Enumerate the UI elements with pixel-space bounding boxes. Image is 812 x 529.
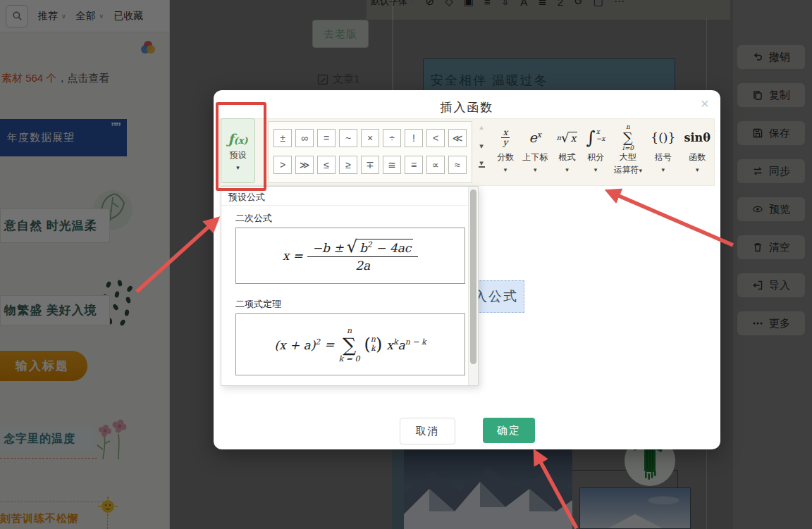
binomial-theorem-card[interactable]: (x + a)2 = n∑k = 0 (nk) xkan − k: [235, 313, 465, 375]
close-icon[interactable]: ×: [701, 96, 709, 111]
quadratic-formula-name: 二次公式: [235, 212, 272, 225]
symbol-infinity[interactable]: ∞: [295, 129, 314, 147]
function-button[interactable]: sinθ 函数 ▾: [684, 124, 710, 176]
confirm-button[interactable]: 确定: [483, 418, 535, 443]
large-operator-button[interactable]: n∑i=0 大型 运算符▾: [614, 124, 643, 176]
bracket-button[interactable]: {()} 括号 ▾: [651, 124, 675, 176]
confirm-label: 确定: [497, 424, 521, 437]
cancel-button[interactable]: 取消: [400, 418, 455, 444]
symbol-identical[interactable]: ≡: [405, 156, 423, 174]
symbol-minus-plus[interactable]: ∓: [361, 156, 379, 174]
symbol-congruent[interactable]: ≅: [383, 156, 401, 174]
symbol-proportional[interactable]: ∝: [426, 156, 445, 174]
fraction-icon: xy: [501, 124, 510, 151]
structure-buttons: xy 分数 ▾ ex 上下标 ▾ n√x 根式 ▾ ∫x−x 积分 ▾ n∑i=…: [497, 124, 710, 176]
script-button[interactable]: ex 上下标 ▾: [522, 124, 548, 176]
symbol-plus-minus[interactable]: ±: [273, 129, 292, 147]
superscript-icon: ex: [529, 124, 541, 151]
symbol-times[interactable]: ×: [361, 129, 379, 147]
symbol-equals[interactable]: =: [317, 129, 336, 147]
integral-icon: ∫x−x: [586, 124, 605, 151]
binomial-formula: (x + a)2 = n∑k = 0 (nk) xkan − k: [274, 327, 426, 363]
dialog-title: 插入函数: [214, 99, 720, 116]
chevron-down-icon: ▾: [696, 166, 699, 173]
chevron-down-icon: ▾: [534, 166, 537, 173]
summation-icon: n∑i=0: [622, 124, 634, 151]
insert-function-dialog: 插入函数 × ƒ(x) 预设 ▾ ± ∞ = ~ × ÷ ! < ≪ > ≫: [214, 90, 720, 449]
scroll-to-bottom-icon[interactable]: ▾: [479, 161, 485, 168]
symbol-scroll-controls: ▴ ▾ ▾: [475, 123, 488, 168]
symbol-less-equal[interactable]: ≤: [317, 156, 336, 174]
scrollbar-thumb[interactable]: [470, 189, 476, 364]
function-icon: sinθ: [684, 124, 710, 151]
symbol-greater-equal[interactable]: ≥: [339, 156, 357, 174]
bracket-icon: {()}: [651, 124, 675, 151]
quadratic-formula-card[interactable]: x = −b ± √b2 − 4ac 2a: [235, 228, 465, 284]
preset-scrollbar[interactable]: [468, 187, 478, 385]
chevron-down-icon: ▾: [565, 166, 569, 173]
binomial-theorem-name: 二项式定理: [235, 298, 281, 311]
radical-button[interactable]: n√x 根式 ▾: [557, 124, 578, 176]
symbol-much-greater[interactable]: ≫: [295, 156, 314, 174]
symbol-grid: ± ∞ = ~ × ÷ ! < ≪ > ≫ ≤ ≥ ∓ ≅ ≡ ∝ ≈: [268, 121, 472, 183]
chevron-down-icon: ▾: [504, 166, 508, 173]
quadratic-formula: x = −b ± √b2 − 4ac 2a: [283, 239, 419, 273]
symbol-less-than[interactable]: <: [426, 129, 445, 147]
chevron-down-icon: ▾: [662, 166, 665, 173]
symbol-tilde[interactable]: ~: [339, 129, 357, 147]
cancel-label: 取消: [416, 425, 440, 438]
scroll-down-icon[interactable]: ▾: [479, 142, 484, 151]
symbol-factorial[interactable]: !: [405, 129, 423, 147]
symbol-approx[interactable]: ≈: [448, 156, 467, 174]
symbol-greater-than[interactable]: >: [273, 156, 292, 174]
scroll-up-icon[interactable]: ▴: [479, 123, 484, 132]
divider: [221, 205, 468, 206]
preset-formula-panel: 预设公式 二次公式 x = −b ± √b2 − 4ac 2a 二项式定理: [221, 186, 479, 386]
fraction-button[interactable]: xy 分数 ▾: [497, 124, 514, 176]
app-window: 推荐∨ 全部∨ 已收藏 素材 564 个，点击查看 年度数据展望 ”” 意自然 …: [0, 0, 812, 529]
symbol-divide[interactable]: ÷: [383, 129, 401, 147]
chevron-down-icon: ▾: [639, 167, 643, 174]
symbol-much-less[interactable]: ≪: [448, 129, 467, 147]
chevron-down-icon: ▾: [594, 166, 598, 173]
integral-button[interactable]: ∫x−x 积分 ▾: [586, 124, 605, 176]
radical-icon: n√x: [557, 124, 578, 151]
selection-label: 入公式: [474, 287, 518, 306]
preset-panel-header: 预设公式: [228, 191, 265, 204]
annotation-highlight-box: [216, 102, 266, 191]
